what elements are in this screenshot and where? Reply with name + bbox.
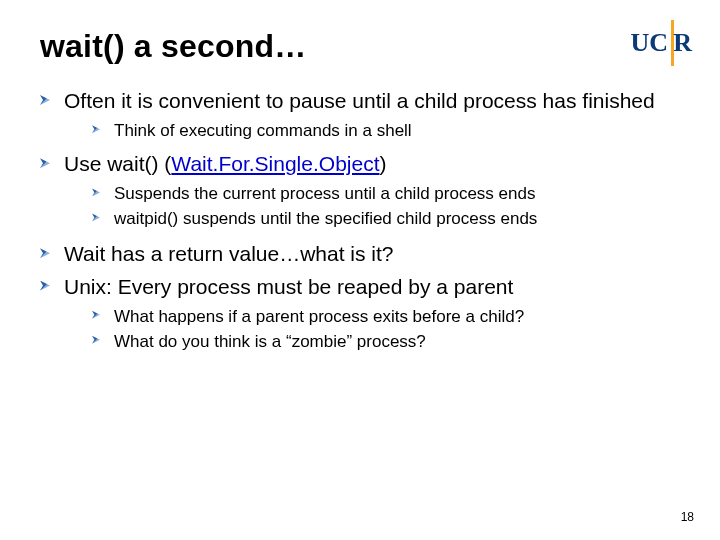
slide: wait() a second… UC R Often it is conven… xyxy=(0,0,720,540)
logo-text-uc: UC xyxy=(630,28,668,58)
list-item: Use wait() (Wait.For.Single.Object) Susp… xyxy=(40,151,680,231)
list-item: Wait has a return value…what is it? xyxy=(40,241,680,267)
ucr-logo: UC R xyxy=(612,20,692,66)
list-item: What happens if a parent process exits b… xyxy=(92,306,680,329)
bullet-text: ( xyxy=(159,152,172,175)
bullet-text: What happens if a parent process exits b… xyxy=(114,307,524,326)
code-text: wait() xyxy=(107,152,158,175)
bullet-text: Often it is convenient to pause until a … xyxy=(64,89,655,112)
sub-list: What happens if a parent process exits b… xyxy=(64,306,680,354)
bullet-text: Use xyxy=(64,152,107,175)
sub-list: Suspends the current process until a chi… xyxy=(64,183,680,231)
page-number: 18 xyxy=(681,510,694,524)
bullet-text: Think of executing commands in a shell xyxy=(114,121,412,140)
list-item: Often it is convenient to pause until a … xyxy=(40,88,680,143)
list-item: waitpid() suspends until the specified c… xyxy=(92,208,680,231)
bullet-text: Wait has a return value…what is it? xyxy=(64,242,394,265)
bullet-list: Often it is convenient to pause until a … xyxy=(40,88,680,354)
list-item: What do you think is a “zombie” process? xyxy=(92,331,680,354)
list-item: Unix: Every process must be reaped by a … xyxy=(40,274,680,354)
list-item: Suspends the current process until a chi… xyxy=(92,183,680,206)
bullet-text: Suspends the current process until a chi… xyxy=(114,184,535,203)
sub-list: Think of executing commands in a shell xyxy=(64,120,680,143)
bullet-text: Unix: Every process must be reaped by a … xyxy=(64,275,513,298)
slide-title: wait() a second… xyxy=(40,28,306,65)
bullet-text: What do you think is a “zombie” process? xyxy=(114,332,426,351)
bullet-text: waitpid() suspends until the specified c… xyxy=(114,209,537,228)
msdn-link[interactable]: Wait.For.Single.Object xyxy=(171,152,379,175)
slide-content: Often it is convenient to pause until a … xyxy=(40,88,680,362)
bullet-text: ) xyxy=(380,152,387,175)
logo-text-r: R xyxy=(673,28,692,58)
list-item: Think of executing commands in a shell xyxy=(92,120,680,143)
